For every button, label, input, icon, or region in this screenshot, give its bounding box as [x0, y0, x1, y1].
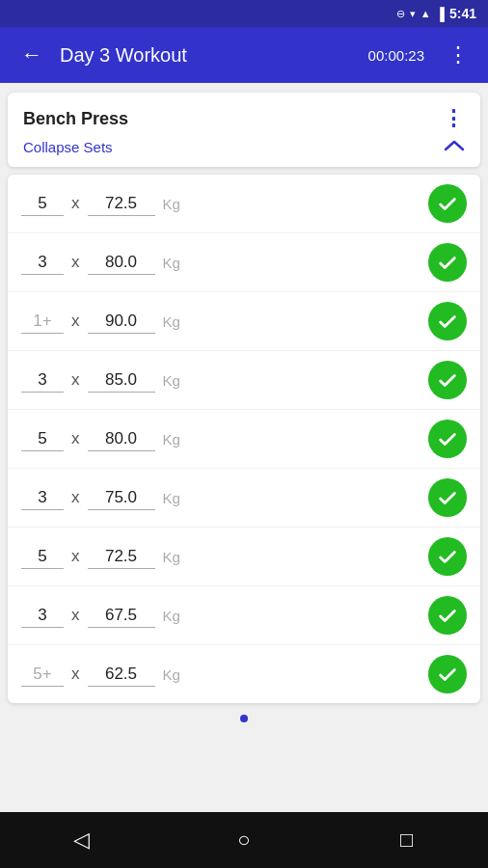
set-weight[interactable]: 85.0: [88, 368, 155, 393]
set-x-label: x: [71, 665, 80, 684]
set-x-label: x: [71, 194, 80, 213]
page-indicator: [8, 703, 480, 728]
nav-home-button[interactable]: ○: [225, 821, 263, 859]
set-complete-button[interactable]: [428, 302, 467, 340]
workout-timer: 00:00:23: [368, 47, 424, 64]
set-complete-button[interactable]: [428, 478, 467, 517]
signal-icon: ▲: [420, 8, 431, 19]
set-row: 5 x 80.0 Kg: [8, 410, 480, 469]
set-unit-label: Kg: [163, 196, 180, 212]
set-complete-button[interactable]: [428, 420, 467, 458]
set-row: 1+ x 90.0 Kg: [8, 292, 480, 351]
set-complete-button[interactable]: [428, 655, 467, 693]
set-weight[interactable]: 67.5: [88, 604, 155, 628]
top-menu-button[interactable]: ⋮: [442, 39, 474, 71]
set-reps[interactable]: 3: [21, 251, 64, 275]
exercise-header: Bench Press ⋮: [8, 93, 480, 135]
set-weight[interactable]: 75.0: [88, 486, 155, 510]
nav-recent-button[interactable]: □: [388, 821, 426, 859]
set-weight[interactable]: 72.5: [88, 545, 155, 569]
set-complete-button[interactable]: [428, 243, 467, 282]
page-dot: [240, 715, 248, 722]
exercise-card: Bench Press ⋮ Collapse Sets: [8, 93, 480, 167]
set-weight[interactable]: 90.0: [88, 310, 155, 334]
set-unit-label: Kg: [163, 490, 180, 506]
bottom-nav: ◁ ○ □: [0, 812, 488, 868]
set-unit-label: Kg: [163, 549, 180, 565]
set-unit-label: Kg: [163, 313, 180, 330]
set-row: 5+ x 62.5 Kg: [8, 645, 480, 703]
nav-back-button[interactable]: ◁: [62, 821, 100, 859]
set-complete-button[interactable]: [428, 184, 467, 223]
page-title: Day 3 Workout: [60, 44, 359, 67]
set-complete-button[interactable]: [428, 361, 467, 399]
set-reps[interactable]: 3: [21, 368, 64, 393]
set-weight[interactable]: 62.5: [88, 663, 155, 687]
do-not-disturb-icon: ⊖: [396, 8, 405, 20]
set-row: 3 x 85.0 Kg: [8, 351, 480, 410]
set-x-label: x: [71, 312, 80, 331]
set-reps[interactable]: 5+: [21, 663, 64, 687]
set-row: 3 x 75.0 Kg: [8, 469, 480, 528]
collapse-chevron-icon[interactable]: [444, 137, 465, 157]
exercise-menu-button[interactable]: ⋮: [443, 106, 465, 131]
set-unit-label: Kg: [163, 608, 180, 624]
set-unit-label: Kg: [163, 255, 180, 271]
set-x-label: x: [71, 370, 80, 390]
collapse-sets-button[interactable]: Collapse Sets: [23, 139, 113, 155]
set-row: 3 x 80.0 Kg: [8, 233, 480, 292]
set-weight[interactable]: 80.0: [88, 427, 155, 451]
set-row: 5 x 72.5 Kg: [8, 175, 480, 233]
exercise-name: Bench Press: [23, 109, 128, 129]
set-unit-label: Kg: [163, 431, 180, 448]
status-time: 5:41: [449, 6, 476, 21]
wifi-icon: ▾: [410, 8, 416, 20]
set-x-label: x: [71, 253, 80, 272]
set-reps[interactable]: 1+: [21, 310, 64, 334]
set-weight[interactable]: 72.5: [88, 192, 155, 216]
sets-list: 5 x 72.5 Kg 3 x 80.0 Kg 1+ x 90.0 Kg: [8, 175, 480, 703]
set-reps[interactable]: 5: [21, 427, 64, 451]
set-x-label: x: [71, 488, 80, 507]
set-weight[interactable]: 80.0: [88, 251, 155, 275]
battery-icon: ▐: [436, 7, 445, 21]
top-bar: ← Day 3 Workout 00:00:23 ⋮: [0, 27, 488, 83]
set-unit-label: Kg: [163, 372, 180, 389]
status-bar: ⊖ ▾ ▲ ▐ 5:41: [0, 0, 488, 27]
set-reps[interactable]: 5: [21, 545, 64, 569]
back-button[interactable]: ←: [14, 39, 50, 71]
set-x-label: x: [71, 547, 80, 566]
main-content: Bench Press ⋮ Collapse Sets 5 x 72.5 Kg: [0, 83, 488, 738]
set-row: 5 x 72.5 Kg: [8, 528, 480, 586]
set-unit-label: Kg: [163, 666, 180, 683]
set-reps[interactable]: 5: [21, 192, 64, 216]
set-reps[interactable]: 3: [21, 604, 64, 628]
set-complete-button[interactable]: [428, 596, 467, 635]
set-x-label: x: [71, 429, 80, 448]
collapse-row: Collapse Sets: [8, 135, 480, 167]
status-icons: ⊖ ▾ ▲ ▐ 5:41: [396, 6, 476, 21]
set-reps[interactable]: 3: [21, 486, 64, 510]
set-x-label: x: [71, 606, 80, 625]
set-complete-button[interactable]: [428, 537, 467, 576]
set-row: 3 x 67.5 Kg: [8, 586, 480, 645]
